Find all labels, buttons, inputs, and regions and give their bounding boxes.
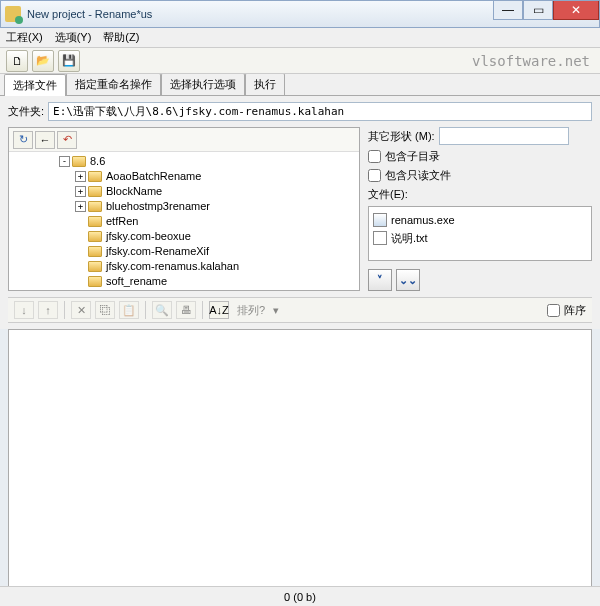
other-shape-label: 其它形状 (M): [368,129,435,144]
tree-node[interactable]: 以前 [90,289,112,290]
tree-node[interactable]: etfRen [106,214,138,229]
sort-label: 排列? [237,303,265,318]
window-controls: — ▭ ✕ [493,1,599,20]
arrow-up-icon: ↑ [45,304,51,316]
sort-dropdown-icon[interactable]: ▾ [273,304,279,317]
include-subdir-label: 包含子目录 [385,149,440,164]
folder-icon [88,246,102,257]
save-icon: 💾 [62,54,76,67]
paste-button[interactable]: 📋 [119,301,139,319]
sort-icon: A↓Z [209,304,229,316]
move-up-button[interactable]: ↑ [38,301,58,319]
refresh-button[interactable]: ↻ [13,131,33,149]
down-double-button[interactable]: ⌄⌄ [396,269,420,291]
paste-icon: 📋 [122,304,136,317]
tab-exec-opts[interactable]: 选择执行选项 [161,73,245,95]
list-item[interactable]: renamus.exe [373,211,587,229]
find-button[interactable]: 🔍 [152,301,172,319]
tab-rename-op[interactable]: 指定重命名操作 [66,73,161,95]
delete-icon: ✕ [77,304,86,317]
tree-node[interactable]: bluehostmp3renamer [106,199,210,214]
delete-button[interactable]: ✕ [71,301,91,319]
tab-select-file[interactable]: 选择文件 [4,74,66,96]
list-item[interactable]: 说明.txt [373,229,587,247]
folder-icon [88,261,102,272]
expand-icon[interactable]: + [75,171,86,182]
path-label: 文件夹: [8,104,44,119]
main-file-list[interactable] [8,329,592,589]
file-list[interactable]: renamus.exe 说明.txt [368,206,592,261]
tab-execute[interactable]: 执行 [245,73,285,95]
undo-icon: ↶ [63,133,72,146]
include-readonly-checkbox[interactable] [368,169,381,182]
exe-icon [373,213,387,227]
tab-content: 文件夹: ↻ ← ↶ -8.6 +AoaoBatchRename +BlockN… [0,96,600,329]
path-input[interactable] [48,102,592,121]
double-chevron-down-icon: ⌄⌄ [399,274,417,287]
refresh-icon: ↻ [19,133,28,146]
main-toolbar: 🗋 📂 💾 vlsoftware.net [0,48,600,74]
save-button[interactable]: 💾 [58,50,80,72]
folder-icon [88,186,102,197]
print-button[interactable]: 🖶 [176,301,196,319]
expand-icon[interactable]: + [75,201,86,212]
chevron-down-icon: ˅ [377,274,383,287]
menu-options[interactable]: 选项(Y) [55,30,92,45]
status-text: 0 (0 b) [284,591,316,603]
right-pane: 其它形状 (M): 包含子目录 包含只读文件 文件(E): renamus.ex… [368,127,592,291]
print-icon: 🖶 [181,304,192,316]
close-button[interactable]: ✕ [553,1,599,20]
files-label: 文件(E): [368,187,592,202]
statusbar: 0 (0 b) [0,586,600,606]
window-title: New project - Rename*us [27,8,152,20]
menubar: 工程(X) 选项(Y) 帮助(Z) [0,28,600,48]
tree-node[interactable]: 8.6 [90,154,105,169]
tree-toolbar: ↻ ← ↶ [9,128,359,152]
move-down-button[interactable]: ↓ [14,301,34,319]
titlebar: New project - Rename*us — ▭ ✕ [0,0,600,28]
mid-row: ↻ ← ↶ -8.6 +AoaoBatchRename +BlockName +… [8,127,592,291]
menu-project[interactable]: 工程(X) [6,30,43,45]
file-icon: 🗋 [12,55,23,67]
back-button[interactable]: ← [35,131,55,149]
folder-tree[interactable]: -8.6 +AoaoBatchRename +BlockName +blueho… [9,152,359,290]
tree-node[interactable]: AoaoBatchRename [106,169,201,184]
tree-node[interactable]: jfsky.com-renamus.kalahan [106,259,239,274]
watermark-text: vlsoftware.net [472,53,590,69]
folder-tree-pane: ↻ ← ↶ -8.6 +AoaoBatchRename +BlockName +… [8,127,360,291]
arrow-left-icon: ← [40,134,51,146]
tabbar: 选择文件 指定重命名操作 选择执行选项 执行 [0,74,600,96]
new-button[interactable]: 🗋 [6,50,28,72]
expand-icon[interactable]: - [59,156,70,167]
app-icon [5,6,21,22]
sort-az-button[interactable]: A↓Z [209,301,229,319]
folder-icon [88,276,102,287]
down-single-button[interactable]: ˅ [368,269,392,291]
minimize-button[interactable]: — [493,1,523,20]
undo-button[interactable]: ↶ [57,131,77,149]
include-readonly-label: 包含只读文件 [385,168,451,183]
other-shape-group: 其它形状 (M): [368,127,592,145]
order-checkbox[interactable] [547,304,560,317]
tree-node[interactable]: soft_rename [106,274,167,289]
folder-icon [88,171,102,182]
folder-icon [88,201,102,212]
maximize-button[interactable]: ▭ [523,1,553,20]
menu-help[interactable]: 帮助(Z) [103,30,139,45]
other-shape-input[interactable] [439,127,569,145]
arrow-buttons: ˅ ⌄⌄ [368,269,592,291]
open-button[interactable]: 📂 [32,50,54,72]
txt-icon [373,231,387,245]
include-subdir-checkbox[interactable] [368,150,381,163]
folder-icon [88,231,102,242]
folder-open-icon: 📂 [36,54,50,67]
path-row: 文件夹: [8,102,592,121]
expand-icon[interactable]: + [75,186,86,197]
copy-button[interactable]: ⿻ [95,301,115,319]
tree-node[interactable]: jfsky.com-beoxue [106,229,191,244]
find-icon: 🔍 [155,304,169,317]
file-name: 说明.txt [391,231,428,246]
tree-node[interactable]: BlockName [106,184,162,199]
copy-icon: ⿻ [100,304,111,316]
tree-node[interactable]: jfsky.com-RenameXif [106,244,209,259]
